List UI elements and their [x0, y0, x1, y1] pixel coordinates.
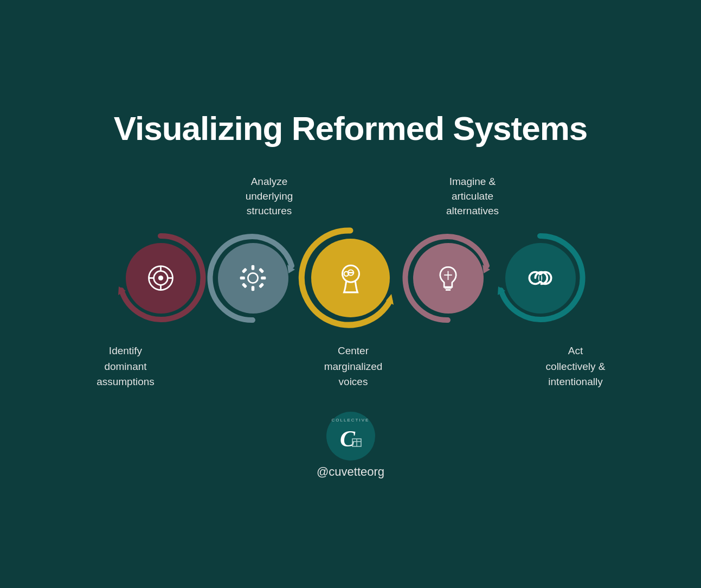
circle-analyze	[203, 228, 303, 328]
brain-icon	[334, 261, 368, 295]
diagram-area: Analyzeunderlyingstructures Imagine &art…	[25, 175, 676, 389]
circle-act	[490, 228, 590, 328]
target-icon	[146, 263, 176, 293]
svg-rect-13	[261, 277, 266, 280]
bottom-label-act: Actcollectively &intentionally	[522, 343, 630, 390]
lightbulb-icon	[433, 263, 463, 293]
top-label-imagine: Imagine &articulatealternatives	[421, 175, 524, 218]
svg-rect-11	[252, 286, 255, 291]
svg-rect-14	[242, 268, 247, 273]
circle-identify	[111, 228, 211, 328]
svg-point-9	[248, 273, 258, 283]
page-title: Visualizing Reformed Systems	[114, 109, 588, 148]
inner-circle-4	[413, 243, 484, 314]
bottom-label-center: Centermarginalizedvoices	[299, 343, 408, 390]
svg-rect-17	[259, 283, 264, 288]
svg-rect-12	[240, 277, 245, 280]
inner-circle-2	[218, 243, 288, 314]
logo-circle: COLLECTIVE C	[326, 412, 375, 461]
inner-circle-5	[505, 243, 576, 314]
svg-rect-10	[252, 265, 255, 270]
social-handle: @cuvetteorg	[317, 465, 384, 479]
svg-rect-16	[242, 283, 247, 288]
links-icon	[525, 263, 555, 293]
top-label-analyze: Analyzeunderlyingstructures	[218, 175, 321, 218]
svg-rect-31	[539, 275, 542, 281]
bottom-label-spacer-1	[191, 343, 288, 390]
circle-imagine	[398, 228, 498, 328]
main-container: Visualizing Reformed Systems Analyzeunde…	[25, 109, 676, 478]
svg-rect-15	[259, 268, 264, 273]
logo-area: COLLECTIVE C @cuvetteorg	[317, 412, 384, 479]
inner-circle-1	[126, 243, 196, 314]
svg-point-3	[158, 276, 163, 280]
logo-svg: C	[337, 424, 364, 451]
logo-letter: C	[337, 424, 364, 454]
bottom-label-spacer-2	[419, 343, 511, 390]
svg-point-19	[342, 265, 359, 282]
bottom-label-identify: Identifydominantassumptions	[72, 343, 180, 390]
circle-center	[295, 222, 406, 334]
logo-collective-text: COLLECTIVE	[332, 418, 370, 423]
inner-circle-3	[311, 239, 390, 317]
circles-row	[111, 222, 590, 334]
gear-icon	[238, 263, 268, 293]
